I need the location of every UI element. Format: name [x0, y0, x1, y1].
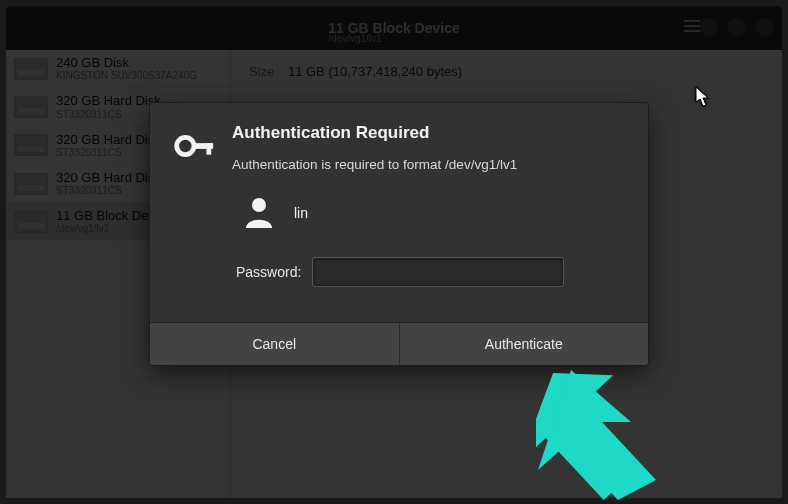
- dialog-title: Authentication Required: [232, 123, 628, 143]
- password-input[interactable]: [313, 258, 563, 286]
- dialog-username: lin: [294, 205, 308, 221]
- key-icon: [170, 123, 216, 286]
- authenticate-button[interactable]: Authenticate: [400, 323, 649, 365]
- svg-rect-2: [206, 143, 211, 155]
- authentication-dialog: Authentication Required Authentication i…: [149, 102, 649, 366]
- cancel-button[interactable]: Cancel: [150, 323, 400, 365]
- svg-point-3: [252, 198, 266, 212]
- svg-point-0: [177, 137, 194, 154]
- password-label: Password:: [236, 264, 301, 280]
- dialog-message: Authentication is required to format /de…: [232, 157, 628, 172]
- user-avatar-icon: [242, 194, 276, 232]
